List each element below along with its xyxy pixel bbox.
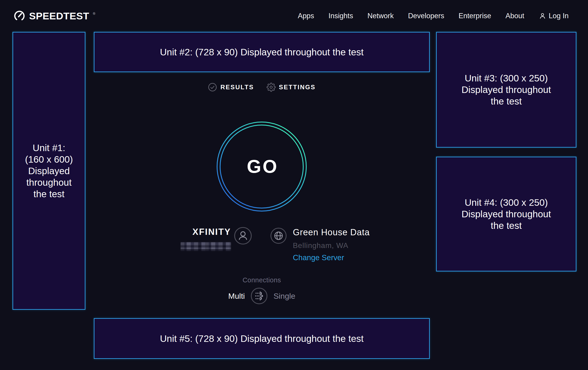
server-globe-icon bbox=[270, 228, 287, 244]
ad-unit-3[interactable]: Unit #3: (300 x 250) Displayed throughou… bbox=[436, 32, 577, 148]
isp-user-icon bbox=[234, 227, 252, 245]
main-nav: Apps Insights Network Developers Enterpr… bbox=[298, 12, 569, 20]
nav-item-network[interactable]: Network bbox=[368, 12, 394, 20]
go-button[interactable]: GO bbox=[215, 120, 308, 213]
speedtest-page: SPEEDTEST ® Apps Insights Network Develo… bbox=[0, 0, 588, 370]
login-button[interactable]: Log In bbox=[539, 12, 569, 20]
go-label: GO bbox=[215, 120, 308, 213]
ad-unit-1-text: Unit #1: (160 x 600) Displayed throughou… bbox=[25, 142, 73, 200]
ad-unit-5-text: Unit #5: (728 x 90) Displayed throughout… bbox=[160, 333, 364, 344]
logo-text: SPEEDTEST bbox=[29, 10, 89, 22]
multi-connections-toggle-icon[interactable] bbox=[250, 287, 268, 305]
tab-results-label: RESULTS bbox=[220, 84, 254, 91]
check-circle-icon bbox=[208, 83, 217, 92]
ad-unit-4[interactable]: Unit #4: (300 x 250) Displayed throughou… bbox=[436, 157, 577, 271]
view-tabs: RESULTS SETTINGS bbox=[94, 83, 430, 92]
server-location: Bellingham, WA bbox=[293, 241, 348, 250]
nav-item-about[interactable]: About bbox=[505, 12, 524, 20]
speedtest-logo[interactable]: SPEEDTEST ® bbox=[13, 10, 95, 22]
logo-trademark: ® bbox=[93, 12, 95, 15]
gear-icon bbox=[266, 83, 276, 92]
tab-settings[interactable]: SETTINGS bbox=[266, 83, 316, 92]
tab-results[interactable]: RESULTS bbox=[208, 83, 254, 92]
ad-unit-2-text: Unit #2: (728 x 90) Displayed throughout… bbox=[160, 46, 364, 58]
nav-item-enterprise[interactable]: Enterprise bbox=[458, 12, 491, 20]
ad-unit-3-text: Unit #3: (300 x 250) Displayed throughou… bbox=[462, 72, 551, 107]
server-name: Green House Data bbox=[293, 228, 370, 237]
nav-item-developers[interactable]: Developers bbox=[408, 12, 444, 20]
person-icon bbox=[539, 12, 546, 20]
nav-item-insights[interactable]: Insights bbox=[328, 12, 353, 20]
isp-name: XFINITY bbox=[192, 227, 231, 237]
nav-item-apps[interactable]: Apps bbox=[298, 12, 314, 20]
ad-unit-2[interactable]: Unit #2: (728 x 90) Displayed throughout… bbox=[94, 32, 430, 72]
connections-toggle-row: Multi Single bbox=[94, 287, 430, 305]
connections-option-single[interactable]: Single bbox=[273, 291, 295, 300]
ad-unit-5[interactable]: Unit #5: (728 x 90) Displayed throughout… bbox=[94, 318, 430, 359]
connections-label: Connections bbox=[94, 276, 430, 284]
connections-option-multi[interactable]: Multi bbox=[228, 291, 245, 300]
ad-unit-1[interactable]: Unit #1: (160 x 600) Displayed throughou… bbox=[12, 32, 85, 310]
change-server-link[interactable]: Change Server bbox=[293, 253, 344, 262]
top-nav-bar: SPEEDTEST ® Apps Insights Network Develo… bbox=[0, 0, 588, 32]
login-label: Log In bbox=[549, 12, 569, 20]
tab-settings-label: SETTINGS bbox=[279, 84, 316, 91]
ad-unit-4-text: Unit #4: (300 x 250) Displayed throughou… bbox=[462, 197, 551, 231]
isp-ip-redacted-blur bbox=[181, 242, 231, 251]
speedometer-logo-icon bbox=[13, 10, 26, 22]
